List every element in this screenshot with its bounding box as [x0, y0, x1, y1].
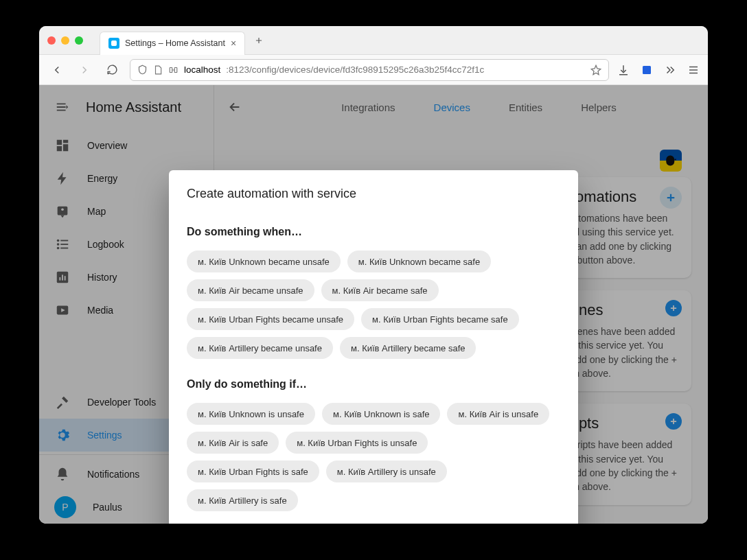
reload-button[interactable] [102, 60, 122, 80]
permissions-icon [168, 65, 179, 75]
conditions-heading: Only do something if… [187, 378, 560, 390]
browser-tab[interactable]: Settings – Home Assistant × [100, 32, 245, 55]
trigger-chip[interactable]: м. Київ Urban Fights became safe [361, 308, 519, 330]
window-minimize-button[interactable] [61, 36, 69, 45]
window-controls [47, 36, 83, 45]
bookmark-icon[interactable] [590, 65, 601, 75]
trigger-chip[interactable]: м. Київ Artillery became safe [340, 337, 476, 359]
condition-chip[interactable]: м. Київ Urban Fights is unsafe [286, 432, 428, 454]
condition-chip[interactable]: м. Київ Artillery is unsafe [326, 460, 447, 482]
window-zoom-button[interactable] [75, 36, 83, 45]
favicon-icon [108, 38, 119, 49]
condition-chip[interactable]: м. Київ Urban Fights is safe [187, 460, 319, 482]
address-path: :8123/config/devices/device/fd3fc9891529… [226, 65, 484, 75]
trigger-chip[interactable]: м. Київ Urban Fights became unsafe [187, 308, 354, 330]
trigger-chip[interactable]: м. Київ Air became unsafe [187, 279, 314, 301]
condition-chip[interactable]: м. Київ Artillery is safe [187, 489, 298, 511]
browser-window: Settings – Home Assistant × loca [39, 26, 708, 524]
condition-chip[interactable]: м. Київ Unknown is unsafe [187, 403, 315, 425]
page-info-icon [153, 65, 163, 75]
toolbar-right [617, 64, 700, 76]
shield-icon [137, 65, 148, 75]
tab-title: Settings – Home Assistant [125, 38, 225, 48]
condition-chip[interactable]: м. Київ Unknown is safe [322, 403, 441, 425]
dialog-title: Create automation with service [187, 187, 560, 201]
window-close-button[interactable] [47, 36, 56, 45]
overflow-icon[interactable] [664, 64, 676, 76]
trigger-chip[interactable]: м. Київ Artillery became unsafe [187, 337, 333, 359]
new-tab-button[interactable] [249, 31, 268, 50]
trigger-chip[interactable]: м. Київ Unknown became safe [347, 250, 491, 272]
triggers-heading: Do something when… [187, 226, 560, 238]
trigger-chip[interactable]: м. Київ Unknown became unsafe [187, 250, 341, 272]
url-bar: localhost:8123/config/devices/device/fd3… [39, 55, 708, 85]
condition-chip[interactable]: м. Київ Air is unsafe [447, 403, 549, 425]
forward-button[interactable] [75, 60, 94, 80]
address-host: localhost [184, 65, 220, 75]
svg-rect-0 [170, 67, 172, 72]
extension-icon[interactable] [641, 64, 653, 76]
svg-rect-1 [174, 67, 177, 72]
condition-chips: м. Київ Unknown is unsafeм. Київ Unknown… [187, 403, 560, 511]
trigger-chip[interactable]: м. Київ Air became safe [321, 279, 439, 301]
app: Home Assistant Overview Energy Map Logb [39, 85, 708, 524]
trigger-chips: м. Київ Unknown became unsafeм. Київ Unk… [187, 250, 560, 359]
create-automation-dialog: Create automation with service Do someth… [169, 170, 578, 524]
address-bar[interactable]: localhost:8123/config/devices/device/fd3… [130, 59, 609, 81]
svg-rect-2 [643, 66, 651, 74]
menu-icon[interactable] [687, 64, 700, 76]
back-button[interactable] [47, 60, 67, 80]
downloads-icon[interactable] [617, 64, 630, 76]
condition-chip[interactable]: м. Київ Air is safe [187, 432, 279, 454]
close-tab-button[interactable]: × [231, 38, 236, 48]
titlebar: Settings – Home Assistant × [39, 26, 708, 55]
